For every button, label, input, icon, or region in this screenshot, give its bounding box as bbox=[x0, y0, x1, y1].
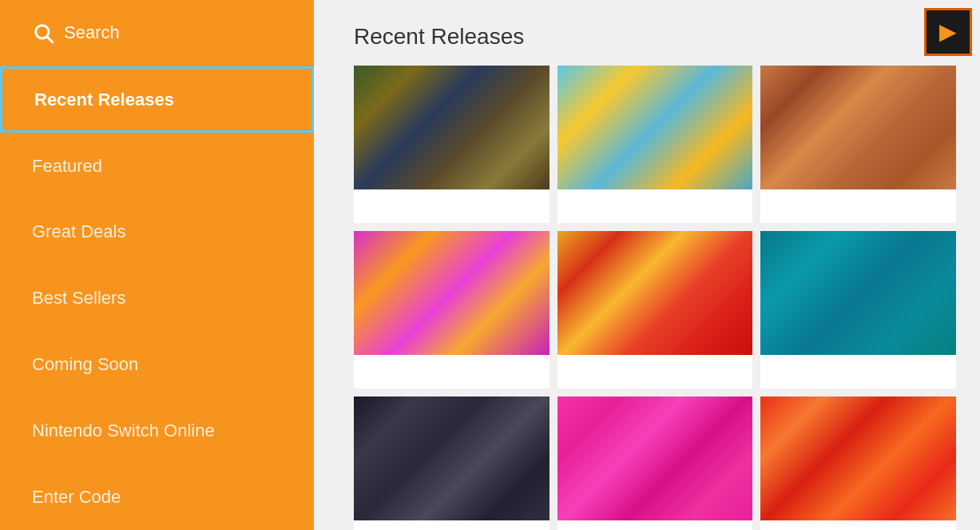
sidebar-item-coming-soon-label: Coming Soon bbox=[32, 354, 138, 375]
game-thumbnail-4 bbox=[354, 231, 550, 355]
game-card-9[interactable] bbox=[760, 397, 956, 530]
sidebar-item-best-sellers-label: Best Sellers bbox=[32, 288, 125, 309]
game-card-6[interactable] bbox=[760, 231, 956, 389]
sidebar-item-featured[interactable]: Featured bbox=[0, 133, 314, 199]
sidebar-item-coming-soon[interactable]: Coming Soon bbox=[0, 332, 314, 398]
sidebar-item-search-label: Search bbox=[64, 22, 120, 43]
game-card-2[interactable] bbox=[557, 66, 753, 223]
game-thumbnail-7 bbox=[354, 397, 550, 520]
search-icon bbox=[32, 22, 54, 44]
game-info-5 bbox=[557, 355, 753, 389]
sidebar-item-search[interactable]: Search bbox=[0, 0, 314, 66]
game-card-8[interactable] bbox=[557, 397, 753, 530]
game-info-9 bbox=[760, 520, 956, 530]
sidebar-item-featured-label: Featured bbox=[32, 156, 102, 177]
sidebar-item-nintendo-switch-online-label: Nintendo Switch Online bbox=[32, 420, 215, 441]
game-info-1 bbox=[354, 189, 550, 223]
page-title-area: Recent Releases bbox=[354, 24, 956, 50]
page-title: Recent Releases bbox=[354, 24, 524, 50]
game-thumbnail-2 bbox=[557, 66, 753, 189]
game-info-6 bbox=[760, 355, 956, 389]
game-card-3[interactable] bbox=[760, 66, 956, 223]
main-content: Recent Releases ▶ bbox=[314, 0, 980, 530]
game-info-3 bbox=[760, 189, 956, 223]
sidebar-item-enter-code-label: Enter Code bbox=[32, 487, 121, 508]
game-card-1[interactable] bbox=[354, 66, 550, 223]
game-thumbnail-8 bbox=[557, 397, 753, 520]
game-thumbnail-3 bbox=[760, 66, 956, 189]
game-thumbnail-9 bbox=[760, 397, 956, 520]
sidebar: Search Recent Releases Featured Great De… bbox=[0, 0, 314, 530]
game-grid bbox=[354, 66, 956, 530]
svg-line-1 bbox=[47, 38, 52, 42]
sidebar-item-great-deals[interactable]: Great Deals bbox=[0, 199, 314, 265]
game-card-7[interactable] bbox=[354, 397, 550, 530]
game-card-4[interactable] bbox=[354, 231, 550, 389]
sidebar-item-great-deals-label: Great Deals bbox=[32, 221, 125, 242]
sidebar-item-recent-releases[interactable]: Recent Releases bbox=[0, 66, 314, 133]
game-thumbnail-6 bbox=[760, 231, 956, 355]
chevron-right-icon: ▶ bbox=[939, 21, 957, 43]
game-thumbnail-5 bbox=[557, 231, 753, 355]
sidebar-item-recent-releases-label: Recent Releases bbox=[34, 90, 174, 110]
sidebar-item-nintendo-switch-online[interactable]: Nintendo Switch Online bbox=[0, 397, 314, 464]
nav-next-button[interactable]: ▶ bbox=[924, 8, 972, 56]
game-info-8 bbox=[557, 520, 753, 530]
game-info-7 bbox=[354, 520, 550, 530]
sidebar-item-best-sellers[interactable]: Best Sellers bbox=[0, 265, 314, 332]
game-info-4 bbox=[354, 355, 550, 389]
game-card-5[interactable] bbox=[557, 231, 753, 389]
game-info-2 bbox=[557, 189, 753, 223]
game-thumbnail-1 bbox=[354, 66, 550, 189]
sidebar-item-enter-code[interactable]: Enter Code bbox=[0, 464, 314, 530]
